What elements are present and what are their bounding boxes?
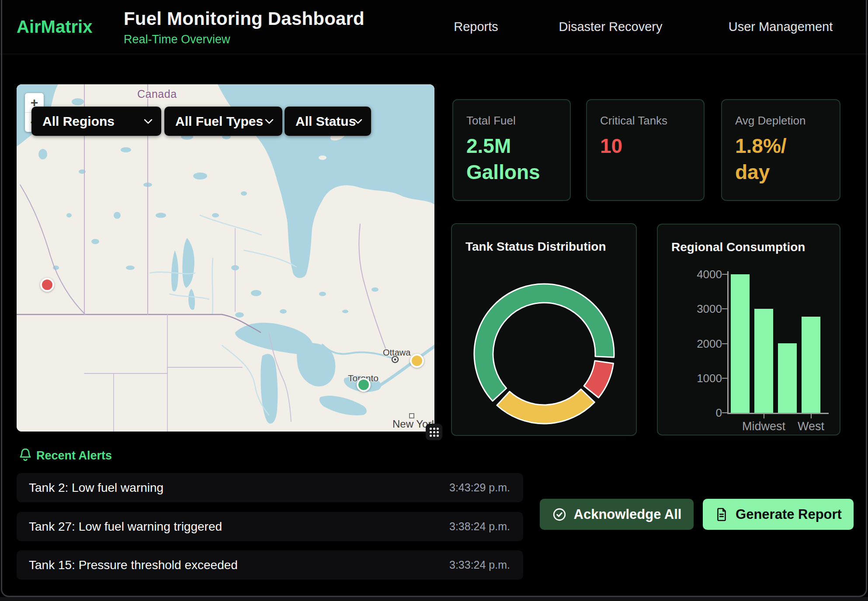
generate-report-label: Generate Report xyxy=(736,507,842,522)
fuel-map[interactable]: Canada Ottawa Toronto New York + − All R… xyxy=(17,84,434,432)
regions-filter-dropdown[interactable]: All Regions xyxy=(31,107,161,136)
tank-marker[interactable] xyxy=(357,378,371,392)
alerts-heading: Recent Alerts xyxy=(36,449,112,463)
map-label-canada: Canada xyxy=(137,88,177,100)
generate-report-button[interactable]: Generate Report xyxy=(703,499,854,530)
status-filter-dropdown[interactable]: All Status xyxy=(285,107,371,136)
map-label-ottawa: Ottawa xyxy=(383,348,410,358)
alert-row: Tank 2: Low fuel warning 3:43:29 p.m. xyxy=(17,473,523,502)
stat-value: 2.5M Gallons xyxy=(466,133,570,185)
chevron-down-icon xyxy=(265,119,274,124)
acknowledge-all-button[interactable]: Acknowledge All xyxy=(540,499,694,530)
tank-marker[interactable] xyxy=(40,278,54,292)
nav-disaster-recovery[interactable]: Disaster Recovery xyxy=(559,0,663,54)
check-circle-icon xyxy=(552,507,567,522)
alert-message: Tank 2: Low fuel warning xyxy=(29,473,163,502)
nav-reports[interactable]: Reports xyxy=(454,0,498,54)
acknowledge-all-label: Acknowledge All xyxy=(574,507,682,522)
tank-status-donut-chart xyxy=(452,224,638,437)
map-drag-handle[interactable] xyxy=(426,424,442,440)
fuel-type-filter-dropdown[interactable]: All Fuel Types xyxy=(164,107,282,136)
stat-value-line: 1.8%/ xyxy=(735,133,840,159)
alert-message: Tank 27: Low fuel warning triggered xyxy=(29,512,222,541)
stat-value: 10 xyxy=(600,133,704,159)
alert-time: 3:38:24 p.m. xyxy=(449,512,510,541)
bottom-strip xyxy=(0,597,868,601)
stat-label: Critical Tanks xyxy=(600,114,704,128)
nav-user-management[interactable]: User Management xyxy=(729,0,833,54)
stat-card-critical-tanks: Critical Tanks 10 xyxy=(586,99,705,201)
chevron-down-icon xyxy=(354,119,362,124)
alert-message: Tank 15: Pressure threshold exceeded xyxy=(29,550,238,580)
title-block: Fuel Monitoring Dashboard Real-Time Over… xyxy=(124,8,365,46)
stat-card-total-fuel: Total Fuel 2.5M Gallons xyxy=(452,99,571,201)
page-subtitle: Real-Time Overview xyxy=(124,33,365,46)
stat-value-line: 2.5M xyxy=(466,133,570,159)
chevron-down-icon xyxy=(144,119,153,124)
stat-value-line: day xyxy=(735,159,840,185)
stat-label: Total Fuel xyxy=(466,114,570,128)
bell-icon xyxy=(18,447,33,463)
alert-row: Tank 15: Pressure threshold exceeded 3:3… xyxy=(17,550,523,580)
tank-status-card: Tank Status Distribution xyxy=(451,223,637,436)
alert-time: 3:43:29 p.m. xyxy=(449,473,510,502)
stat-card-avg-depletion: Avg Depletion 1.8%/ day xyxy=(721,99,840,201)
brand-logo: AirMatrix xyxy=(17,0,92,54)
page-title: Fuel Monitoring Dashboard xyxy=(124,8,365,29)
tank-marker[interactable] xyxy=(410,354,424,368)
stat-value-line: 10 xyxy=(600,133,704,159)
stat-value: 1.8%/ day xyxy=(735,133,840,185)
stat-value-line: Gallons xyxy=(466,159,570,185)
alert-row: Tank 27: Low fuel warning triggered 3:38… xyxy=(17,512,523,541)
alert-time: 3:33:24 p.m. xyxy=(449,550,510,580)
regional-consumption-card: Regional Consumption 01000200030004000Mi… xyxy=(657,224,840,435)
regions-filter-value: All Regions xyxy=(42,114,115,128)
regional-consumption-bar-chart: 01000200030004000MidwestWest xyxy=(658,225,841,436)
top-bar: AirMatrix Fuel Monitoring Dashboard Real… xyxy=(0,0,868,54)
stat-label: Avg Depletion xyxy=(735,114,840,128)
report-document-icon xyxy=(715,507,729,522)
fuel-type-filter-value: All Fuel Types xyxy=(175,114,263,128)
status-filter-value: All Status xyxy=(295,114,356,128)
